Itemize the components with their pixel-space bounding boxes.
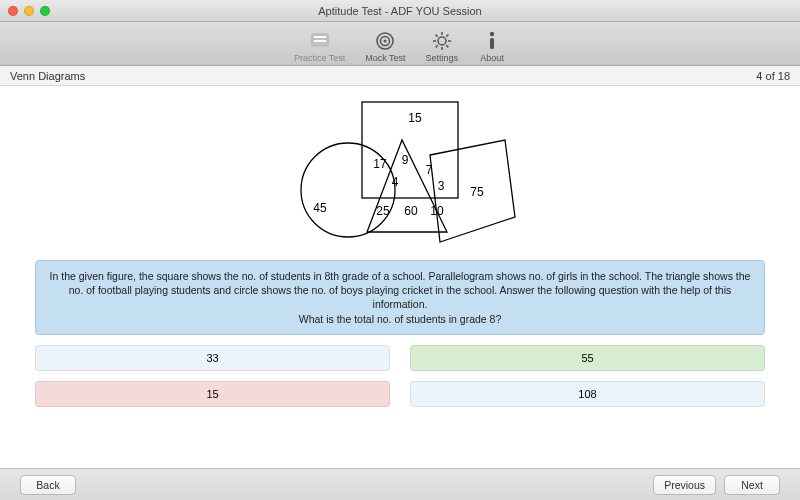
back-button[interactable]: Back xyxy=(20,475,76,495)
svg-line-14 xyxy=(435,45,437,47)
svg-rect-2 xyxy=(314,40,326,42)
practice-test-label: Practice Test xyxy=(294,53,345,63)
gear-icon xyxy=(428,29,456,53)
answer-option-b[interactable]: 55 xyxy=(410,345,765,371)
previous-button[interactable]: Previous xyxy=(653,475,716,495)
answer-d-label: 108 xyxy=(578,388,596,400)
next-button[interactable]: Next xyxy=(724,475,780,495)
mock-test-tab[interactable]: Mock Test xyxy=(365,29,405,63)
region-sq-para: 3 xyxy=(438,179,445,193)
practice-test-tab[interactable]: Practice Test xyxy=(294,29,345,63)
svg-rect-1 xyxy=(314,36,326,38)
previous-label: Previous xyxy=(664,479,705,491)
titlebar: Aptitude Test - ADF YOU Session xyxy=(0,0,800,22)
svg-line-12 xyxy=(446,45,448,47)
footer-bar: Back Previous Next xyxy=(0,468,800,500)
content-area: 15 17 9 4 7 3 45 25 60 10 75 In the give… xyxy=(0,86,800,468)
window-title: Aptitude Test - ADF YOU Session xyxy=(0,5,800,17)
region-sq-tri-para: 7 xyxy=(426,163,433,177)
about-label: About xyxy=(480,53,504,63)
minimize-window-button[interactable] xyxy=(24,6,34,16)
region-para-only: 75 xyxy=(470,185,484,199)
svg-line-11 xyxy=(435,35,437,37)
svg-line-13 xyxy=(446,35,448,37)
nav-buttons: Previous Next xyxy=(653,475,780,495)
region-square-circle: 17 xyxy=(373,157,387,171)
settings-tab[interactable]: Settings xyxy=(426,29,459,63)
practice-test-icon xyxy=(306,29,334,53)
region-square-triangle: 9 xyxy=(402,153,409,167)
svg-point-5 xyxy=(384,40,387,43)
section-title: Venn Diagrams xyxy=(10,70,85,82)
toolbar: Practice Test Mock Test Settings About xyxy=(0,22,800,66)
infobar: Venn Diagrams 4 of 18 xyxy=(0,66,800,86)
answer-option-c[interactable]: 15 xyxy=(35,381,390,407)
venn-diagram: 15 17 9 4 7 3 45 25 60 10 75 xyxy=(255,92,545,252)
close-window-button[interactable] xyxy=(8,6,18,16)
settings-label: Settings xyxy=(426,53,459,63)
zoom-window-button[interactable] xyxy=(40,6,50,16)
next-label: Next xyxy=(741,479,763,491)
mock-test-icon xyxy=(371,29,399,53)
region-circ-tri: 25 xyxy=(376,204,390,218)
mock-test-label: Mock Test xyxy=(365,53,405,63)
progress-label: 4 of 18 xyxy=(756,70,790,82)
region-tri-para: 10 xyxy=(430,204,444,218)
back-label: Back xyxy=(36,479,59,491)
about-tab[interactable]: About xyxy=(478,29,506,63)
question-text: In the given figure, the square shows th… xyxy=(35,260,765,335)
region-circle-only: 45 xyxy=(313,201,327,215)
svg-point-6 xyxy=(438,37,446,45)
question-line-2: What is the total no. of students in gra… xyxy=(299,313,502,325)
answer-a-label: 33 xyxy=(206,352,218,364)
answer-grid: 33 55 15 108 xyxy=(35,345,765,407)
svg-rect-16 xyxy=(490,38,494,49)
region-sq-tri-circ: 4 xyxy=(392,175,399,189)
info-icon xyxy=(478,29,506,53)
region-triangle-only: 60 xyxy=(404,204,418,218)
answer-c-label: 15 xyxy=(206,388,218,400)
window-controls xyxy=(0,6,50,16)
svg-point-15 xyxy=(490,32,494,36)
answer-b-label: 55 xyxy=(581,352,593,364)
region-square-only: 15 xyxy=(408,111,422,125)
answer-option-d[interactable]: 108 xyxy=(410,381,765,407)
answer-option-a[interactable]: 33 xyxy=(35,345,390,371)
question-line-1: In the given figure, the square shows th… xyxy=(50,270,751,310)
